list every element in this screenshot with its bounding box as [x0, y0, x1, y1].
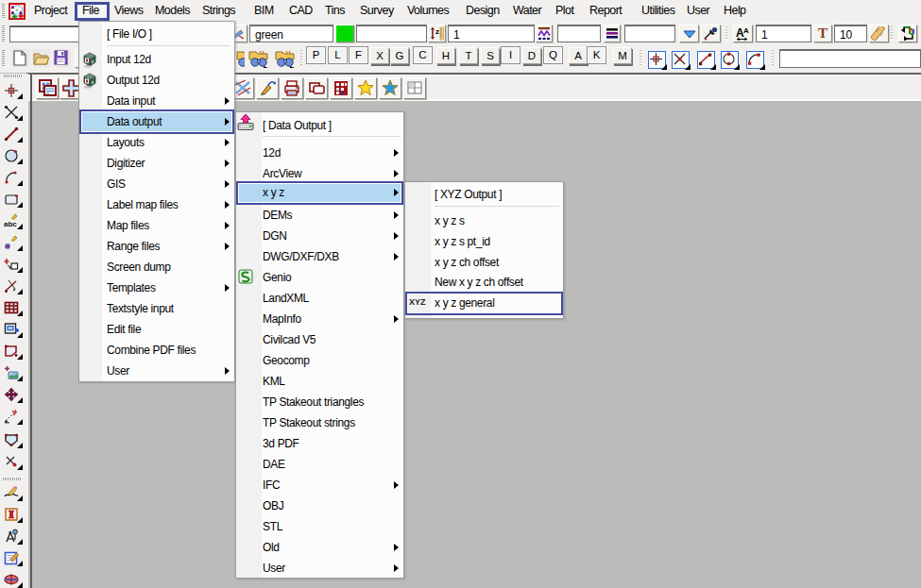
svg-text:A: A: [743, 26, 749, 35]
svg-text:z: z: [435, 27, 439, 36]
svg-text:abc: abc: [4, 220, 17, 228]
